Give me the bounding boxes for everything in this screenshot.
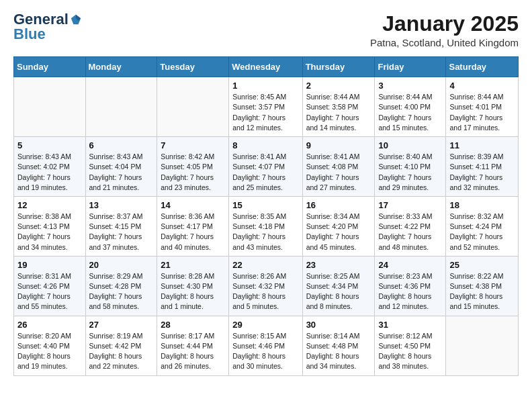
day-number: 31 (378, 320, 442, 330)
calendar-cell: 30Sunrise: 8:14 AM Sunset: 4:48 PM Dayli… (302, 316, 375, 375)
col-header-wednesday: Wednesday (229, 57, 302, 77)
day-info: Sunrise: 8:44 AM Sunset: 3:58 PM Dayligh… (306, 92, 371, 133)
day-info: Sunrise: 8:36 AM Sunset: 4:17 PM Dayligh… (161, 212, 225, 253)
day-number: 16 (306, 200, 371, 210)
day-info: Sunrise: 8:40 AM Sunset: 4:10 PM Dayligh… (378, 152, 442, 193)
calendar-cell: 31Sunrise: 8:12 AM Sunset: 4:50 PM Dayli… (375, 316, 446, 375)
day-number: 1 (232, 81, 298, 91)
day-info: Sunrise: 8:19 AM Sunset: 4:42 PM Dayligh… (89, 331, 154, 372)
day-number: 30 (306, 320, 371, 330)
day-info: Sunrise: 8:26 AM Sunset: 4:32 PM Dayligh… (232, 271, 298, 312)
day-number: 14 (161, 200, 225, 210)
day-number: 3 (378, 81, 442, 91)
title-block: January 2025 Patna, Scotland, United Kin… (370, 12, 519, 48)
calendar-cell: 19Sunrise: 8:31 AM Sunset: 4:26 PM Dayli… (14, 256, 86, 316)
day-info: Sunrise: 8:29 AM Sunset: 4:28 PM Dayligh… (89, 271, 154, 312)
calendar-cell: 10Sunrise: 8:40 AM Sunset: 4:10 PM Dayli… (375, 137, 446, 197)
day-info: Sunrise: 8:33 AM Sunset: 4:22 PM Dayligh… (378, 212, 442, 253)
col-header-saturday: Saturday (446, 57, 519, 77)
day-number: 12 (17, 200, 82, 210)
day-info: Sunrise: 8:44 AM Sunset: 4:01 PM Dayligh… (449, 92, 515, 133)
day-info: Sunrise: 8:39 AM Sunset: 4:11 PM Dayligh… (449, 152, 515, 193)
calendar-cell: 26Sunrise: 8:20 AM Sunset: 4:40 PM Dayli… (14, 316, 86, 375)
day-info: Sunrise: 8:44 AM Sunset: 4:00 PM Dayligh… (378, 92, 442, 133)
week-row-1: 1Sunrise: 8:45 AM Sunset: 3:57 PM Daylig… (14, 77, 519, 137)
calendar-cell: 5Sunrise: 8:43 AM Sunset: 4:02 PM Daylig… (14, 137, 86, 197)
day-number: 25 (449, 260, 515, 270)
calendar-cell: 16Sunrise: 8:34 AM Sunset: 4:20 PM Dayli… (302, 196, 375, 256)
calendar-header-row: SundayMondayTuesdayWednesdayThursdayFrid… (14, 57, 519, 77)
week-row-4: 19Sunrise: 8:31 AM Sunset: 4:26 PM Dayli… (14, 256, 519, 316)
calendar-cell (446, 316, 519, 375)
location: Patna, Scotland, United Kingdom (370, 37, 519, 48)
day-number: 20 (89, 260, 154, 270)
calendar-cell: 2Sunrise: 8:44 AM Sunset: 3:58 PM Daylig… (302, 77, 375, 137)
day-number: 9 (306, 140, 371, 150)
day-info: Sunrise: 8:41 AM Sunset: 4:07 PM Dayligh… (232, 152, 298, 193)
calendar-cell: 11Sunrise: 8:39 AM Sunset: 4:11 PM Dayli… (446, 137, 519, 197)
day-number: 13 (89, 200, 154, 210)
calendar-cell (14, 77, 86, 137)
day-info: Sunrise: 8:43 AM Sunset: 4:02 PM Dayligh… (17, 152, 82, 193)
col-header-sunday: Sunday (14, 57, 86, 77)
day-info: Sunrise: 8:43 AM Sunset: 4:04 PM Dayligh… (89, 152, 154, 193)
week-row-3: 12Sunrise: 8:38 AM Sunset: 4:13 PM Dayli… (14, 196, 519, 256)
logo-icon (70, 13, 82, 26)
day-info: Sunrise: 8:17 AM Sunset: 4:44 PM Dayligh… (161, 331, 225, 372)
calendar-cell: 18Sunrise: 8:32 AM Sunset: 4:24 PM Dayli… (446, 196, 519, 256)
day-number: 21 (161, 260, 225, 270)
calendar-cell: 13Sunrise: 8:37 AM Sunset: 4:15 PM Dayli… (85, 196, 157, 256)
calendar-cell: 24Sunrise: 8:23 AM Sunset: 4:36 PM Dayli… (375, 256, 446, 316)
logo-blue-text: Blue (13, 27, 46, 42)
day-info: Sunrise: 8:37 AM Sunset: 4:15 PM Dayligh… (89, 212, 154, 253)
day-info: Sunrise: 8:35 AM Sunset: 4:18 PM Dayligh… (232, 212, 298, 253)
calendar-cell: 23Sunrise: 8:25 AM Sunset: 4:34 PM Dayli… (302, 256, 375, 316)
day-number: 15 (232, 200, 298, 210)
calendar-cell: 27Sunrise: 8:19 AM Sunset: 4:42 PM Dayli… (85, 316, 157, 375)
day-info: Sunrise: 8:20 AM Sunset: 4:40 PM Dayligh… (17, 331, 82, 372)
calendar-cell: 3Sunrise: 8:44 AM Sunset: 4:00 PM Daylig… (375, 77, 446, 137)
day-number: 17 (378, 200, 442, 210)
day-info: Sunrise: 8:32 AM Sunset: 4:24 PM Dayligh… (449, 212, 515, 253)
calendar-cell: 28Sunrise: 8:17 AM Sunset: 4:44 PM Dayli… (157, 316, 229, 375)
day-info: Sunrise: 8:14 AM Sunset: 4:48 PM Dayligh… (306, 331, 371, 372)
calendar-cell: 20Sunrise: 8:29 AM Sunset: 4:28 PM Dayli… (85, 256, 157, 316)
calendar: SundayMondayTuesdayWednesdayThursdayFrid… (13, 56, 519, 375)
day-number: 29 (232, 320, 298, 330)
day-info: Sunrise: 8:12 AM Sunset: 4:50 PM Dayligh… (378, 331, 442, 372)
day-number: 2 (306, 81, 371, 91)
calendar-cell: 9Sunrise: 8:41 AM Sunset: 4:08 PM Daylig… (302, 137, 375, 197)
day-number: 5 (17, 140, 82, 150)
col-header-tuesday: Tuesday (157, 57, 229, 77)
day-number: 24 (378, 260, 442, 270)
month-title: January 2025 (370, 12, 519, 36)
day-number: 10 (378, 140, 442, 150)
week-row-2: 5Sunrise: 8:43 AM Sunset: 4:02 PM Daylig… (14, 137, 519, 197)
day-number: 4 (449, 81, 515, 91)
day-info: Sunrise: 8:28 AM Sunset: 4:30 PM Dayligh… (161, 271, 225, 312)
logo-text: General (13, 12, 82, 27)
day-info: Sunrise: 8:42 AM Sunset: 4:05 PM Dayligh… (161, 152, 225, 193)
day-info: Sunrise: 8:31 AM Sunset: 4:26 PM Dayligh… (17, 271, 82, 312)
day-number: 8 (232, 140, 298, 150)
col-header-monday: Monday (85, 57, 157, 77)
col-header-friday: Friday (375, 57, 446, 77)
day-number: 6 (89, 140, 154, 150)
day-number: 27 (89, 320, 154, 330)
day-number: 22 (232, 260, 298, 270)
day-info: Sunrise: 8:45 AM Sunset: 3:57 PM Dayligh… (232, 92, 298, 133)
calendar-cell: 21Sunrise: 8:28 AM Sunset: 4:30 PM Dayli… (157, 256, 229, 316)
col-header-thursday: Thursday (302, 57, 375, 77)
calendar-cell: 4Sunrise: 8:44 AM Sunset: 4:01 PM Daylig… (446, 77, 519, 137)
calendar-cell: 25Sunrise: 8:22 AM Sunset: 4:38 PM Dayli… (446, 256, 519, 316)
day-info: Sunrise: 8:23 AM Sunset: 4:36 PM Dayligh… (378, 271, 442, 312)
calendar-cell: 6Sunrise: 8:43 AM Sunset: 4:04 PM Daylig… (85, 137, 157, 197)
calendar-cell: 7Sunrise: 8:42 AM Sunset: 4:05 PM Daylig… (157, 137, 229, 197)
day-info: Sunrise: 8:38 AM Sunset: 4:13 PM Dayligh… (17, 212, 82, 253)
week-row-5: 26Sunrise: 8:20 AM Sunset: 4:40 PM Dayli… (14, 316, 519, 375)
day-number: 7 (161, 140, 225, 150)
day-number: 11 (449, 140, 515, 150)
calendar-cell: 15Sunrise: 8:35 AM Sunset: 4:18 PM Dayli… (229, 196, 302, 256)
calendar-cell: 17Sunrise: 8:33 AM Sunset: 4:22 PM Dayli… (375, 196, 446, 256)
day-number: 28 (161, 320, 225, 330)
